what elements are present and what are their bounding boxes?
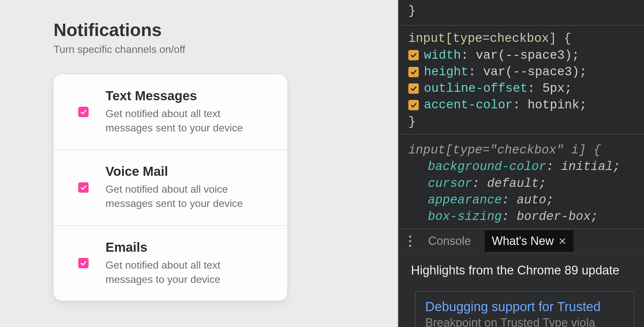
css-decl-outline-offset[interactable]: outline-offset: 5px; <box>408 80 634 97</box>
css-prop: box-sizing <box>428 208 502 225</box>
checkbox-voice-mail[interactable] <box>78 182 89 193</box>
css-prop: background-color <box>428 158 546 175</box>
checkbox-text-messages[interactable] <box>78 107 89 117</box>
css-prop: outline-offset <box>424 80 527 97</box>
css-val: initial <box>561 158 613 175</box>
channel-text-messages: Text Messages Get notified about all tex… <box>54 74 287 150</box>
channel-title: Emails <box>105 240 268 255</box>
kebab-menu-icon[interactable] <box>406 232 415 250</box>
tab-label: What's New <box>492 234 554 248</box>
drawer-body: Highlights from the Chrome 89 update Deb… <box>399 254 644 327</box>
brace-close: } <box>408 3 416 19</box>
channel-desc: Get notified about all text messages to … <box>105 258 268 286</box>
css-val: auto <box>517 192 546 208</box>
css-decl-width[interactable]: width: var(--space3); <box>408 47 634 64</box>
css-val: var(--space3) <box>483 64 579 80</box>
channel-emails: Emails Get notified about all text messa… <box>54 226 287 301</box>
checkbox-emails[interactable] <box>78 258 89 268</box>
css-prop: appearance <box>428 192 502 208</box>
property-toggle[interactable] <box>408 100 419 110</box>
css-val: var(--space3) <box>476 47 572 64</box>
devtools-panel: } input[type=checkbox] { width: var(--sp… <box>398 0 644 327</box>
property-toggle[interactable] <box>408 50 419 60</box>
css-prop: cursor <box>428 175 472 192</box>
page-title: Notifications <box>54 19 398 40</box>
whats-new-heading: Highlights from the Chrome 89 update <box>411 263 634 277</box>
css-rule-prev-tail: } <box>399 0 644 26</box>
selector: input[type=checkbox] { <box>408 30 571 47</box>
channel-voice-mail: Voice Mail Get notified about all voice … <box>54 150 287 225</box>
tab-whats-new[interactable]: What's New ✕ <box>485 230 574 252</box>
css-val: default <box>487 175 539 192</box>
channel-desc: Get notified about all text messages sen… <box>105 106 268 135</box>
css-prop: height <box>424 64 468 80</box>
checkmark-icon <box>80 260 87 267</box>
channel-body: Text Messages Get notified about all tex… <box>105 89 268 135</box>
devtools-drawer: Console What's New ✕ Highlights from the… <box>399 228 644 327</box>
news-subtitle: Breakpoint on Trusted Type viola <box>425 316 624 327</box>
news-link-title[interactable]: Debugging support for Trusted <box>425 299 624 314</box>
styles-pane[interactable]: } input[type=checkbox] { width: var(--sp… <box>399 0 644 228</box>
css-val: 5px <box>542 80 564 97</box>
css-decl-accent-color[interactable]: accent-color: hotpink; <box>408 97 634 113</box>
channel-title: Text Messages <box>105 89 268 103</box>
checkmark-icon <box>80 184 87 191</box>
property-toggle[interactable] <box>408 67 419 77</box>
css-rule-ua-checkbox: input[type="checkbox" i] { background-co… <box>399 135 644 228</box>
tab-console[interactable]: Console <box>421 230 478 252</box>
css-rule-checkbox[interactable]: input[type=checkbox] { width: var(--spac… <box>399 26 644 135</box>
css-decl-height[interactable]: height: var(--space3); <box>408 64 634 80</box>
selector: input[type="checkbox" i] { <box>408 142 601 158</box>
channel-body: Emails Get notified about all text messa… <box>105 240 268 286</box>
drawer-tabstrip: Console What's New ✕ <box>399 229 644 254</box>
css-val: hotpink <box>527 97 579 113</box>
news-card[interactable]: Debugging support for Trusted Breakpoint… <box>415 291 634 327</box>
page-subtitle: Turn specific channels on/off <box>54 43 398 55</box>
checkmark-icon <box>80 108 87 115</box>
css-prop: width <box>424 47 461 64</box>
channel-body: Voice Mail Get notified about all voice … <box>105 164 268 211</box>
notifications-card: Text Messages Get notified about all tex… <box>54 74 287 301</box>
css-prop: accent-color <box>424 97 513 113</box>
channel-title: Voice Mail <box>105 164 268 179</box>
property-toggle[interactable] <box>408 83 419 94</box>
brace-close: } <box>408 114 416 130</box>
page-preview: Notifications Turn specific channels on/… <box>0 0 398 327</box>
channel-desc: Get notified about all voice messages se… <box>105 182 268 211</box>
css-val: border-box <box>517 208 591 225</box>
close-icon[interactable]: ✕ <box>558 236 566 247</box>
